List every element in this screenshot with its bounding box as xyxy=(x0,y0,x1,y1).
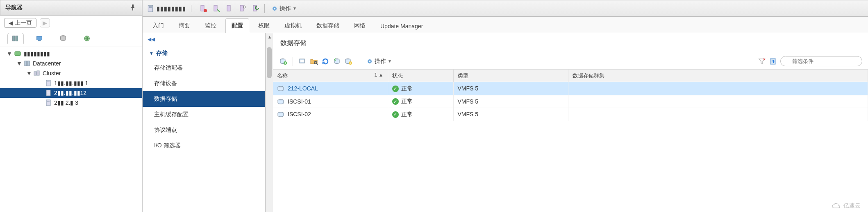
svg-rect-0 xyxy=(13,36,15,41)
gear-icon xyxy=(271,5,278,12)
col-status[interactable]: 状态 xyxy=(388,70,453,82)
tree-host-1[interactable]: 2▮▮.▮▮.▮▮12 xyxy=(0,88,142,98)
ds-manage-icon[interactable] xyxy=(344,57,353,66)
tb-refresh-icon[interactable] xyxy=(251,4,260,13)
host-icon xyxy=(45,80,52,86)
navigator-backrow: ◀ 上一页 ▶ xyxy=(0,16,142,30)
ds-actions-label: 操作 xyxy=(375,58,386,65)
datastore-toolbar: 操作 ▼ xyxy=(273,53,868,70)
datastore-title: 数据存储 xyxy=(273,33,868,53)
nav-tab-storage[interactable] xyxy=(55,33,71,44)
config-item-host-cache[interactable]: 主机缓存配置 xyxy=(143,107,265,122)
svg-rect-1 xyxy=(16,36,18,41)
nav-tab-hosts[interactable] xyxy=(7,33,24,44)
table-row[interactable]: 212-LOCAL✓正常VMFS 5 xyxy=(273,82,868,95)
ds-new-icon[interactable] xyxy=(279,57,288,66)
ds-export-icon[interactable] xyxy=(769,57,778,66)
table-row[interactable]: ISCSI-01✓正常VMFS 5 xyxy=(273,95,868,108)
datastore-icon xyxy=(277,86,284,92)
col-name[interactable]: 名称 1 ▲ xyxy=(273,70,388,82)
svg-rect-19 xyxy=(47,101,50,102)
config-item-datastores[interactable]: 数据存储 xyxy=(143,91,265,107)
tab-vms[interactable]: 虚拟机 xyxy=(279,19,307,33)
nav-tab-network[interactable] xyxy=(79,33,95,44)
ds-refresh-icon[interactable] xyxy=(321,57,330,66)
tab-summary[interactable]: 摘要 xyxy=(173,19,196,33)
ds-browse-icon[interactable] xyxy=(309,57,318,66)
tree-host-0[interactable]: 1▮▮.▮▮.▮▮▮ 1 xyxy=(0,78,142,88)
tree-root[interactable]: ▼ ▮▮▮▮▮▮▮▮ xyxy=(0,49,142,59)
filter-input[interactable] xyxy=(780,56,862,66)
svg-point-42 xyxy=(369,61,370,62)
col-type[interactable]: 类型 xyxy=(453,70,568,82)
object-title: ▮▮▮▮▮▮▮▮ xyxy=(157,5,186,12)
tb-power-icon[interactable] xyxy=(225,4,234,13)
scroll-up-icon[interactable]: ▲ xyxy=(267,34,273,40)
cell-name: 212-LOCAL xyxy=(273,82,388,95)
svg-point-31 xyxy=(274,8,275,9)
svg-rect-7 xyxy=(25,61,27,66)
svg-point-24 xyxy=(204,9,207,12)
svg-rect-18 xyxy=(47,101,50,101)
tab-networks[interactable]: 网络 xyxy=(348,19,371,33)
navigator-panel: 导航器 ◀ 上一页 ▶ xyxy=(0,0,143,212)
config-group-label: 存储 xyxy=(156,50,168,57)
cell-cluster xyxy=(568,95,868,108)
config-group-title[interactable]: ▼ 存储 xyxy=(143,46,265,60)
svg-point-28 xyxy=(243,6,246,8)
cell-status-text: 正常 xyxy=(401,85,413,92)
ds-filter-clear-icon[interactable] xyxy=(757,57,766,66)
ds-register-vm-icon[interactable] xyxy=(298,57,307,66)
tab-datastores[interactable]: 数据存储 xyxy=(311,19,345,33)
tab-permissions[interactable]: 权限 xyxy=(252,19,275,33)
actions-menu[interactable]: 操作 ▼ xyxy=(268,5,300,12)
ds-increase-icon[interactable] xyxy=(332,57,341,66)
pin-icon[interactable] xyxy=(130,4,137,11)
table-row[interactable]: ISCSI-02✓正常VMFS 5 xyxy=(273,108,868,121)
cluster-icon xyxy=(34,70,40,77)
tb-enter-maintenance-icon[interactable] xyxy=(212,4,221,13)
datastore-icon xyxy=(277,112,284,117)
tb-reboot-icon[interactable] xyxy=(238,4,247,13)
forward-button[interactable]: ▶ xyxy=(40,18,50,27)
tab-configure[interactable]: 配置 xyxy=(225,18,249,33)
col-name-label: 名称 xyxy=(277,72,288,79)
config-scrollbar[interactable]: ▲ xyxy=(266,33,273,212)
svg-rect-21 xyxy=(149,6,152,7)
caret-down-icon: ▼ xyxy=(149,51,154,56)
config-item-protocol-endpoints[interactable]: 协议端点 xyxy=(143,122,265,138)
tree-cluster[interactable]: ▼ Cluster xyxy=(0,68,142,78)
nav-tab-vms[interactable] xyxy=(31,33,48,44)
ds-actions-menu[interactable]: 操作 ▼ xyxy=(363,58,395,65)
svg-point-40 xyxy=(350,62,351,63)
main-panel: ▮▮▮▮▮▮▮▮ 操作 ▼ 入门 摘要 监控 配置 权限 虚拟机 数据存储 xyxy=(143,0,868,212)
config-item-storage-devices[interactable]: 存储设备 xyxy=(143,76,265,91)
svg-rect-8 xyxy=(27,61,30,66)
scroll-thumb[interactable] xyxy=(267,47,272,78)
back-button[interactable]: ◀ 上一页 xyxy=(4,18,36,28)
cell-type: VMFS 5 xyxy=(453,95,568,108)
chevron-down-icon: ▼ xyxy=(293,6,297,11)
cell-status-text: 正常 xyxy=(401,98,413,105)
svg-rect-25 xyxy=(214,5,217,11)
tab-monitor[interactable]: 监控 xyxy=(199,19,222,33)
tb-connect-icon[interactable] xyxy=(199,4,208,13)
config-item-io-filters[interactable]: I/O 筛选器 xyxy=(143,138,265,153)
svg-rect-3 xyxy=(38,41,41,41)
navigator-tabs xyxy=(0,30,142,47)
cell-status-text: 正常 xyxy=(401,111,413,118)
tree-host-2[interactable]: 2▮▮ 2.▮ 3 xyxy=(0,98,142,108)
tab-getting-started[interactable]: 入门 xyxy=(147,19,170,33)
svg-rect-15 xyxy=(47,91,50,91)
navigator-title: 导航器 xyxy=(5,4,23,11)
cell-name: ISCSI-01 xyxy=(273,95,388,108)
tab-update-manager[interactable]: Update Manager xyxy=(375,20,429,33)
col-cluster[interactable]: 数据存储群集 xyxy=(568,70,868,82)
config-item-storage-adapters[interactable]: 存储适配器 xyxy=(143,60,265,76)
svg-rect-13 xyxy=(47,82,50,82)
collapse-sidebar-button[interactable]: ◀◀ xyxy=(143,33,265,45)
watermark-text: 亿速云 xyxy=(843,202,861,210)
tree-datacenter[interactable]: ▼ Datacenter xyxy=(0,59,142,68)
chevron-down-icon: ▼ xyxy=(388,59,392,63)
status-ok-icon: ✓ xyxy=(392,98,399,105)
